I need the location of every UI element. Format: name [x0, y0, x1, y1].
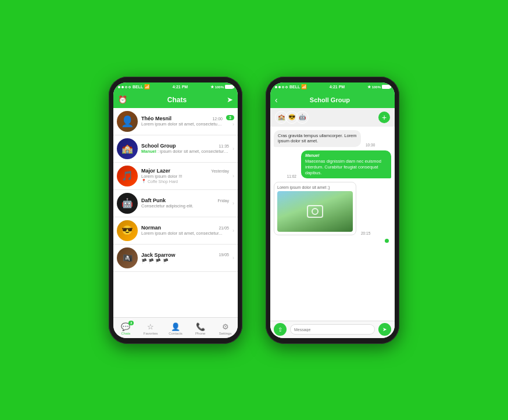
chat-preview-norman: Lorem ipsum dolor sit amet, consectetur.… — [141, 231, 229, 236]
avatar-school — [117, 138, 138, 159]
list-item[interactable]: Théo Mesnil 12:00 Lorem ipsum dolor sit … — [113, 108, 238, 135]
chat-meta-school: › — [232, 146, 234, 152]
avatar-daft — [117, 193, 138, 214]
left-status-bar: BELL 📶 4:21 PM ★ 100% — [113, 82, 238, 92]
right-screen: BELL 📶 4:21 PM ★ 100% ‹ Scholl Group + — [270, 82, 395, 338]
chevron-theo: › — [232, 121, 234, 127]
tab-chats-label: Chats — [121, 332, 131, 335]
chat-list: Théo Mesnil 12:00 Lorem ipsum dolor sit … — [113, 108, 238, 317]
chat-info-major: Major Lazer Yesterday Lorem ipsum dolor … — [141, 168, 229, 184]
avatar-theo — [117, 111, 138, 132]
r-signal-1 — [275, 86, 277, 88]
r-carrier-label: BELL — [289, 85, 300, 89]
tab-chats-badge-wrap: 💬 3 — [121, 322, 130, 331]
message-outgoing-1: 11:02 Manuel Maecenas dignissim diam nec… — [274, 150, 391, 178]
chat-time-daft: Friday — [218, 199, 229, 203]
send-icon: ➤ — [382, 326, 387, 332]
chat-name-major: Major Lazer — [141, 168, 170, 174]
signal-dot-3 — [125, 86, 127, 88]
battery-icon — [225, 85, 233, 89]
camera-icon — [307, 205, 323, 218]
r-signal-2 — [278, 86, 281, 88]
tab-favorites-label: Favorites — [144, 332, 158, 335]
left-phone: BELL 📶 4:21 PM ★ 100% ⏰ Chats ➤ T — [109, 77, 242, 344]
name-row-jack: Jack Sparrow 19/05 — [141, 252, 229, 258]
chevron-daft: › — [232, 200, 234, 206]
left-screen: BELL 📶 4:21 PM ★ 100% ⏰ Chats ➤ T — [113, 82, 238, 338]
list-item[interactable]: Daft Punk Friday Consectetur adipiscing … — [113, 190, 238, 217]
tab-phone-label: Phone — [195, 332, 205, 335]
status-right-left: ★ 100% — [210, 85, 233, 89]
signal-dot-4 — [128, 86, 131, 88]
battery-label: 100% — [215, 85, 224, 89]
tab-badge-chats: 3 — [128, 321, 134, 325]
tab-favorites[interactable]: ☆ Favorites — [138, 318, 163, 338]
list-item[interactable]: Major Lazer Yesterday Lorem ipsum dolor … — [113, 163, 238, 190]
battery-fill — [226, 85, 232, 88]
bubble-out-1: Manuel Maecenas dignissim diam nec euism… — [301, 150, 391, 178]
list-item[interactable]: Norman 21/05 Lorem ipsum dolor sit amet,… — [113, 217, 238, 245]
list-item[interactable]: Jack Sparrow 19/05 🏴 🏴 🏴 🏴 › — [113, 245, 238, 272]
tab-settings[interactable]: ⚙ Settings — [213, 318, 238, 338]
badge-theo: 3 — [226, 115, 234, 120]
chat-time-major: Yesterday — [211, 169, 229, 173]
tab-contacts-label: Contacts — [169, 332, 183, 335]
chat-meta-theo: 3 › — [226, 115, 234, 127]
chat-info-jack: Jack Sparrow 19/05 🏴 🏴 🏴 🏴 — [141, 252, 229, 264]
tab-chats[interactable]: 💬 3 Chats — [113, 318, 138, 338]
tab-phone[interactable]: 📞 Phone — [188, 318, 213, 338]
message-image — [277, 191, 353, 232]
chat-preview-theo: Lorem ipsum dolor sit amet, consectetur … — [141, 121, 223, 127]
signal-dot-1 — [118, 86, 120, 88]
compose-button[interactable]: ⇧ — [274, 323, 287, 336]
chat-location-major: 📍 Coffe Shop Hard — [141, 179, 229, 184]
jack-preview: 🏴 🏴 🏴 🏴 — [141, 259, 229, 264]
bubble-img-1: Lorem ipsum dolor sit amet ;) — [274, 182, 356, 235]
send-button[interactable]: ➤ — [378, 323, 391, 336]
message-incoming-1: Cras gravida tempus ullamcorper. Lorem i… — [274, 130, 391, 148]
chats-header: ⏰ Chats ➤ — [113, 92, 238, 108]
group-chat-header: ‹ Scholl Group — [270, 92, 395, 108]
right-phone: BELL 📶 4:21 PM ★ 100% ‹ Scholl Group + — [266, 77, 399, 344]
online-dot — [385, 239, 389, 243]
contacts-tab-icon: 👤 — [171, 322, 180, 331]
msg-time-3: 20:15 — [361, 231, 370, 235]
name-row-norman: Norman 21/05 — [141, 225, 229, 231]
camera-lens-icon — [312, 208, 319, 215]
signal-dot-2 — [121, 86, 124, 88]
chat-meta-norman: › — [232, 228, 234, 234]
message-input[interactable] — [290, 324, 375, 335]
right-status-time: 4:21 PM — [330, 85, 345, 89]
chat-name-theo: Théo Mesnil — [141, 116, 171, 121]
image-msg-wrap: Lorem ipsum dolor sit amet ;) 20:15 — [274, 182, 370, 235]
chat-name-school: School Group — [141, 143, 176, 149]
carrier-label: BELL — [133, 85, 143, 89]
chevron-school: › — [232, 146, 234, 152]
chat-preview-school: Manuel : ipsum dolor sit amet, consectet… — [141, 149, 229, 154]
list-item[interactable]: School Group 11:35 Manuel : ipsum dolor … — [113, 135, 238, 163]
location-text: Coffe Shop Hard — [148, 180, 178, 184]
back-button[interactable]: ‹ — [275, 95, 278, 105]
clock-icon[interactable]: ⏰ — [118, 95, 127, 104]
r-bluetooth-icon: ★ — [367, 85, 371, 89]
chat-info-school: School Group 11:35 Manuel : ipsum dolor … — [141, 143, 229, 154]
name-row-theo: Théo Mesnil 12:00 — [141, 116, 223, 121]
add-member-button[interactable]: + — [378, 112, 390, 123]
tab-contacts[interactable]: 👤 Contacts — [163, 318, 188, 338]
online-indicator-wrap — [274, 239, 391, 243]
chevron-major: › — [232, 173, 234, 179]
r-battery-label: 100% — [372, 85, 381, 89]
chat-time-norman: 21/05 — [219, 226, 229, 230]
compose-icon: ⇧ — [278, 326, 282, 333]
chat-time-jack: 19/05 — [219, 253, 229, 257]
bluetooth-icon: ★ — [210, 85, 214, 89]
favorites-tab-icon: ☆ — [147, 322, 154, 331]
r-signal-4 — [285, 86, 288, 88]
chat-time-theo: 12:00 — [212, 117, 223, 121]
r-wifi-icon: 📶 — [301, 84, 307, 89]
compose-icon[interactable]: ➤ — [227, 95, 233, 104]
name-row-major: Major Lazer Yesterday — [141, 168, 229, 174]
chats-title: Chats — [167, 96, 187, 104]
chat-name-daft: Daft Punk — [141, 198, 166, 203]
wifi-icon: 📶 — [144, 84, 150, 89]
